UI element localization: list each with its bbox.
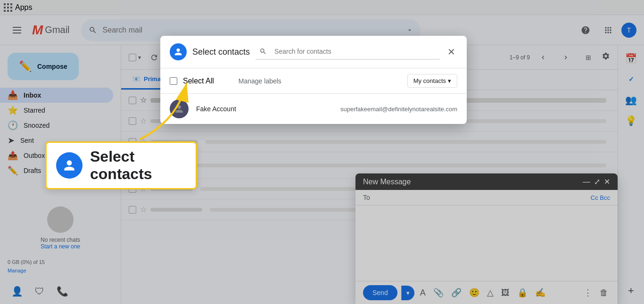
modal-header: Select contacts ✕	[160, 36, 467, 68]
modal-contact-icon	[170, 43, 187, 60]
modal-title: Select contacts	[192, 47, 250, 57]
modal-search-icon	[259, 48, 267, 55]
callout-box: Select contacts	[45, 141, 197, 189]
contact-avatar	[170, 99, 189, 118]
modal-close-button[interactable]: ✕	[446, 44, 457, 59]
modal-search-input[interactable]	[271, 46, 436, 57]
callout-label: Select contacts	[90, 148, 186, 183]
select-all-label: Select All	[183, 77, 214, 85]
contact-email: superfakeemail@definitelynotarealsite.co…	[340, 106, 457, 113]
modal-filter-row: Select All Manage labels My contacts ▾	[160, 68, 467, 94]
contact-name: Fake Account	[196, 105, 236, 113]
my-contacts-dropdown-icon: ▾	[448, 77, 451, 84]
my-contacts-dropdown[interactable]: My contacts ▾	[407, 74, 457, 88]
select-contacts-modal: Select contacts ✕ Select All Manage labe…	[160, 36, 467, 124]
contact-row[interactable]: Fake Account superfakeemail@definitelyno…	[160, 94, 467, 124]
select-all-checkbox[interactable]	[170, 77, 177, 85]
modal-search-wrap	[256, 44, 440, 60]
callout-contact-icon	[56, 152, 83, 179]
my-contacts-label: My contacts	[413, 77, 446, 84]
manage-labels-link[interactable]: Manage labels	[239, 77, 281, 85]
